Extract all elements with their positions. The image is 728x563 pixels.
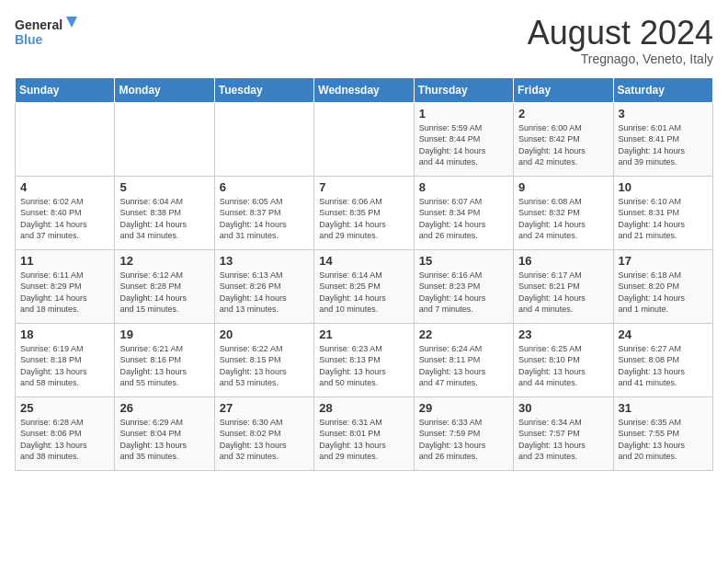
day-cell: 8Sunrise: 6:07 AM Sunset: 8:34 PM Daylig…	[414, 176, 513, 249]
day-number: 9	[518, 180, 608, 194]
day-info: Sunrise: 6:08 AM Sunset: 8:32 PM Dayligh…	[518, 196, 608, 242]
day-cell: 14Sunrise: 6:14 AM Sunset: 8:25 PM Dayli…	[314, 249, 414, 323]
day-info: Sunrise: 6:13 AM Sunset: 8:26 PM Dayligh…	[220, 270, 309, 316]
col-header-saturday: Saturday	[613, 77, 712, 102]
day-number: 23	[518, 327, 608, 341]
day-cell: 4Sunrise: 6:02 AM Sunset: 8:40 PM Daylig…	[16, 176, 115, 249]
day-info: Sunrise: 6:04 AM Sunset: 8:38 PM Dayligh…	[119, 196, 209, 242]
day-info: Sunrise: 6:23 AM Sunset: 8:13 PM Dayligh…	[319, 343, 408, 389]
week-row-3: 11Sunrise: 6:11 AM Sunset: 8:29 PM Dayli…	[16, 249, 713, 323]
col-header-friday: Friday	[514, 77, 613, 102]
day-cell: 31Sunrise: 6:35 AM Sunset: 7:55 PM Dayli…	[613, 396, 712, 470]
day-cell: 5Sunrise: 6:04 AM Sunset: 8:38 PM Daylig…	[115, 176, 214, 249]
week-row-2: 4Sunrise: 6:02 AM Sunset: 8:40 PM Daylig…	[16, 176, 713, 249]
svg-text:General: General	[15, 17, 63, 32]
day-cell: 12Sunrise: 6:12 AM Sunset: 8:28 PM Dayli…	[115, 249, 214, 323]
day-number: 5	[119, 180, 209, 194]
day-cell: 20Sunrise: 6:22 AM Sunset: 8:15 PM Dayli…	[214, 323, 313, 396]
page-header: General Blue August 2024 Tregnago, Venet…	[15, 15, 713, 66]
day-number: 18	[20, 327, 109, 341]
day-number: 11	[20, 254, 109, 268]
week-row-4: 18Sunrise: 6:19 AM Sunset: 8:18 PM Dayli…	[16, 323, 713, 396]
day-number: 27	[220, 401, 309, 415]
calendar-table: SundayMondayTuesdayWednesdayThursdayFrid…	[15, 77, 713, 471]
day-number: 13	[220, 254, 309, 268]
day-info: Sunrise: 6:24 AM Sunset: 8:11 PM Dayligh…	[419, 343, 508, 389]
day-info: Sunrise: 6:07 AM Sunset: 8:34 PM Dayligh…	[419, 196, 508, 242]
month-title: August 2024	[528, 15, 713, 52]
day-number: 29	[419, 401, 508, 415]
day-cell: 6Sunrise: 6:05 AM Sunset: 8:37 PM Daylig…	[214, 176, 313, 249]
day-number: 17	[619, 254, 708, 268]
day-number: 22	[419, 327, 508, 341]
col-header-sunday: Sunday	[16, 77, 115, 102]
day-info: Sunrise: 6:19 AM Sunset: 8:18 PM Dayligh…	[20, 343, 109, 389]
header-row: SundayMondayTuesdayWednesdayThursdayFrid…	[16, 77, 713, 102]
day-cell: 29Sunrise: 6:33 AM Sunset: 7:59 PM Dayli…	[414, 396, 513, 470]
day-info: Sunrise: 6:34 AM Sunset: 7:57 PM Dayligh…	[518, 417, 608, 463]
week-row-5: 25Sunrise: 6:28 AM Sunset: 8:06 PM Dayli…	[16, 396, 713, 470]
day-number: 20	[220, 327, 309, 341]
day-cell: 25Sunrise: 6:28 AM Sunset: 8:06 PM Dayli…	[16, 396, 115, 470]
day-info: Sunrise: 6:35 AM Sunset: 7:55 PM Dayligh…	[619, 417, 708, 463]
day-info: Sunrise: 6:22 AM Sunset: 8:15 PM Dayligh…	[220, 343, 309, 389]
day-number: 1	[419, 107, 508, 121]
day-number: 24	[619, 327, 708, 341]
day-cell: 27Sunrise: 6:30 AM Sunset: 8:02 PM Dayli…	[214, 396, 313, 470]
day-info: Sunrise: 6:29 AM Sunset: 8:04 PM Dayligh…	[119, 417, 209, 463]
day-info: Sunrise: 6:31 AM Sunset: 8:01 PM Dayligh…	[319, 417, 408, 463]
day-number: 12	[119, 254, 209, 268]
day-number: 3	[619, 107, 708, 121]
day-info: Sunrise: 6:05 AM Sunset: 8:37 PM Dayligh…	[220, 196, 309, 242]
day-info: Sunrise: 6:06 AM Sunset: 8:35 PM Dayligh…	[319, 196, 408, 242]
col-header-thursday: Thursday	[414, 77, 513, 102]
day-cell: 30Sunrise: 6:34 AM Sunset: 7:57 PM Dayli…	[514, 396, 613, 470]
day-cell: 7Sunrise: 6:06 AM Sunset: 8:35 PM Daylig…	[314, 176, 414, 249]
day-number: 16	[518, 254, 608, 268]
day-info: Sunrise: 6:12 AM Sunset: 8:28 PM Dayligh…	[119, 270, 209, 316]
day-cell	[214, 102, 313, 176]
logo-svg: General Blue	[15, 15, 79, 52]
day-cell: 22Sunrise: 6:24 AM Sunset: 8:11 PM Dayli…	[414, 323, 513, 396]
title-block: August 2024 Tregnago, Veneto, Italy	[528, 15, 713, 66]
day-info: Sunrise: 6:25 AM Sunset: 8:10 PM Dayligh…	[518, 343, 608, 389]
day-number: 6	[220, 180, 309, 194]
day-info: Sunrise: 6:11 AM Sunset: 8:29 PM Dayligh…	[20, 270, 109, 316]
day-number: 4	[20, 180, 109, 194]
col-header-monday: Monday	[115, 77, 214, 102]
day-cell: 26Sunrise: 6:29 AM Sunset: 8:04 PM Dayli…	[115, 396, 214, 470]
day-cell: 13Sunrise: 6:13 AM Sunset: 8:26 PM Dayli…	[214, 249, 313, 323]
day-info: Sunrise: 6:00 AM Sunset: 8:42 PM Dayligh…	[518, 122, 608, 168]
day-info: Sunrise: 6:17 AM Sunset: 8:21 PM Dayligh…	[518, 270, 608, 316]
day-info: Sunrise: 6:28 AM Sunset: 8:06 PM Dayligh…	[20, 417, 109, 463]
day-cell: 9Sunrise: 6:08 AM Sunset: 8:32 PM Daylig…	[514, 176, 613, 249]
day-info: Sunrise: 6:21 AM Sunset: 8:16 PM Dayligh…	[119, 343, 209, 389]
day-cell: 2Sunrise: 6:00 AM Sunset: 8:42 PM Daylig…	[514, 102, 613, 176]
day-cell	[16, 102, 115, 176]
day-number: 26	[119, 401, 209, 415]
col-header-tuesday: Tuesday	[214, 77, 313, 102]
day-cell: 28Sunrise: 6:31 AM Sunset: 8:01 PM Dayli…	[314, 396, 414, 470]
day-info: Sunrise: 6:10 AM Sunset: 8:31 PM Dayligh…	[619, 196, 708, 242]
day-info: Sunrise: 6:18 AM Sunset: 8:20 PM Dayligh…	[619, 270, 708, 316]
day-cell: 17Sunrise: 6:18 AM Sunset: 8:20 PM Dayli…	[613, 249, 712, 323]
day-number: 15	[419, 254, 508, 268]
day-info: Sunrise: 6:33 AM Sunset: 7:59 PM Dayligh…	[419, 417, 508, 463]
day-number: 8	[419, 180, 508, 194]
location-subtitle: Tregnago, Veneto, Italy	[528, 52, 713, 66]
day-number: 31	[619, 401, 708, 415]
day-cell: 10Sunrise: 6:10 AM Sunset: 8:31 PM Dayli…	[613, 176, 712, 249]
day-number: 21	[319, 327, 408, 341]
day-info: Sunrise: 6:14 AM Sunset: 8:25 PM Dayligh…	[319, 270, 408, 316]
day-cell	[115, 102, 214, 176]
col-header-wednesday: Wednesday	[314, 77, 414, 102]
day-cell: 24Sunrise: 6:27 AM Sunset: 8:08 PM Dayli…	[613, 323, 712, 396]
day-info: Sunrise: 6:30 AM Sunset: 8:02 PM Dayligh…	[220, 417, 309, 463]
day-cell: 21Sunrise: 6:23 AM Sunset: 8:13 PM Dayli…	[314, 323, 414, 396]
day-number: 30	[518, 401, 608, 415]
day-info: Sunrise: 6:01 AM Sunset: 8:41 PM Dayligh…	[619, 122, 708, 168]
day-number: 10	[619, 180, 708, 194]
logo: General Blue	[15, 15, 79, 52]
day-info: Sunrise: 6:27 AM Sunset: 8:08 PM Dayligh…	[619, 343, 708, 389]
svg-text:Blue: Blue	[15, 32, 43, 47]
